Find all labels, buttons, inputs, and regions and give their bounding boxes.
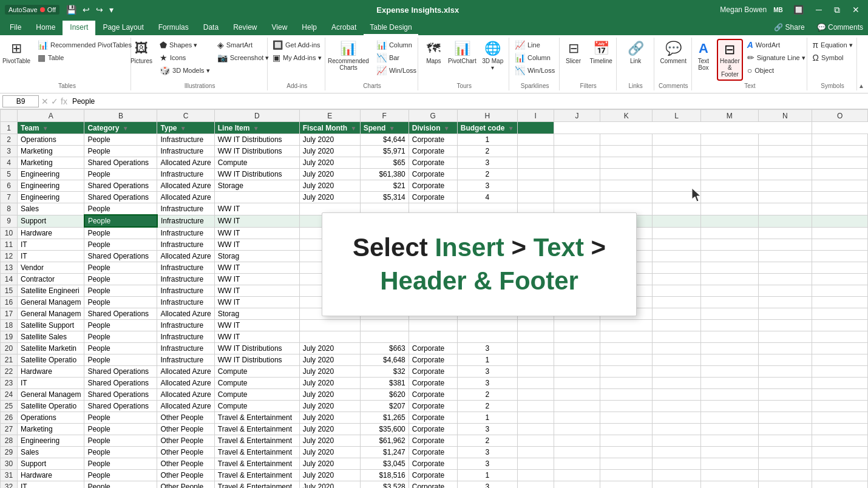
cell[interactable] [758, 203, 812, 215]
cell[interactable] [758, 274, 812, 285]
tab-insert[interactable]: Insert [63, 19, 95, 35]
col-type-header[interactable]: Type ▼ [157, 122, 214, 134]
cell[interactable]: Corporate [409, 458, 457, 470]
cell[interactable] [600, 134, 653, 146]
cell[interactable] [653, 134, 701, 146]
cell[interactable]: Corporate [409, 412, 457, 424]
cell[interactable] [700, 215, 758, 227]
cell[interactable] [758, 458, 812, 470]
cell[interactable]: Marketing [18, 157, 84, 169]
col-header-k[interactable]: K [600, 110, 653, 122]
tab-file[interactable]: File [2, 19, 29, 35]
cell[interactable]: People [84, 435, 157, 447]
cell[interactable] [700, 435, 758, 447]
cell[interactable] [653, 262, 701, 274]
cell[interactable] [600, 180, 653, 192]
cell[interactable] [700, 274, 758, 285]
cell[interactable]: July 2020 [299, 180, 360, 192]
restore-button[interactable]: ⧉ [830, 4, 844, 16]
cell[interactable] [517, 331, 554, 343]
cell[interactable] [812, 435, 868, 447]
col-header-a[interactable]: A [18, 110, 84, 122]
cell[interactable]: IT [18, 378, 84, 389]
cell[interactable]: WW IT [214, 285, 299, 297]
cell[interactable] [812, 134, 868, 146]
cell[interactable] [812, 251, 868, 262]
col-header-j[interactable]: J [554, 110, 600, 122]
cell[interactable]: July 2020 [299, 424, 360, 435]
cell[interactable] [700, 424, 758, 435]
cell[interactable] [758, 401, 812, 412]
cell[interactable] [214, 192, 299, 203]
cell[interactable] [758, 331, 812, 343]
cell[interactable]: Hardware [18, 227, 84, 239]
cell[interactable]: $4,644 [360, 134, 409, 146]
cell[interactable] [517, 401, 554, 412]
cell[interactable]: $65 [360, 157, 409, 169]
col-header-d[interactable]: D [214, 110, 299, 122]
link-button[interactable]: 🔗 Link [623, 39, 648, 66]
tab-data[interactable]: Data [196, 19, 226, 35]
cell[interactable]: Infrastructure [157, 320, 214, 331]
cell[interactable] [554, 169, 600, 180]
cell[interactable]: 3 [457, 458, 517, 470]
cell[interactable]: People [84, 134, 157, 146]
pictures-button[interactable]: 🖼 Pictures [127, 39, 155, 66]
cell[interactable]: Shared Operations [84, 308, 157, 320]
cell[interactable]: July 2020 [299, 458, 360, 470]
cell[interactable]: IT [18, 251, 84, 262]
cell[interactable] [758, 308, 812, 320]
cell[interactable]: Travel & Entertainment [214, 481, 299, 489]
cell[interactable] [812, 203, 868, 215]
cell[interactable]: Corporate [409, 343, 457, 354]
cell[interactable] [517, 134, 554, 146]
cell[interactable] [517, 389, 554, 401]
cell[interactable]: Engineering [18, 192, 84, 203]
cell[interactable] [700, 192, 758, 203]
screenshot-button[interactable]: 📷 Screenshot ▾ [214, 52, 273, 64]
close-button[interactable]: ✕ [849, 4, 863, 16]
cell[interactable]: People [84, 215, 157, 227]
cell[interactable]: $18,516 [360, 470, 409, 481]
cell[interactable]: Infrastructure [157, 285, 214, 297]
column-spark-button[interactable]: 📊 Column [512, 52, 558, 64]
tab-table-design[interactable]: Table Design [364, 19, 418, 35]
cell[interactable]: Storag [214, 308, 299, 320]
cell[interactable] [600, 146, 653, 157]
cell[interactable] [700, 308, 758, 320]
cell[interactable]: Hardware [18, 470, 84, 481]
cell[interactable]: $207 [360, 401, 409, 412]
cell[interactable] [554, 470, 600, 481]
column-chart-button[interactable]: 📊 Column [373, 39, 419, 51]
cell[interactable]: Compute [214, 389, 299, 401]
cell[interactable]: People [84, 458, 157, 470]
cell[interactable] [700, 412, 758, 424]
cell[interactable] [517, 343, 554, 354]
cell[interactable]: People [84, 354, 157, 366]
cell[interactable] [812, 447, 868, 458]
cell[interactable] [653, 424, 701, 435]
cell[interactable] [554, 435, 600, 447]
cell[interactable] [812, 169, 868, 180]
cell[interactable] [700, 320, 758, 331]
cell[interactable] [517, 481, 554, 489]
col-header-b[interactable]: B [84, 110, 157, 122]
cell[interactable]: Marketing [18, 424, 84, 435]
my-addins-button[interactable]: ▣ My Add-ins ▾ [270, 52, 324, 64]
cell[interactable] [700, 180, 758, 192]
cell[interactable] [554, 343, 600, 354]
cell[interactable]: WW IT Distributions [214, 146, 299, 157]
cell[interactable]: WW IT [214, 320, 299, 331]
cell[interactable]: People [84, 297, 157, 308]
cell[interactable]: People [84, 285, 157, 297]
cell[interactable] [554, 481, 600, 489]
cell[interactable] [653, 297, 701, 308]
cell[interactable]: Corporate [409, 157, 457, 169]
cell[interactable]: 3 [457, 343, 517, 354]
cell[interactable] [600, 401, 653, 412]
cell[interactable]: 2 [457, 401, 517, 412]
cell[interactable] [653, 412, 701, 424]
col-division-header[interactable]: Division ▼ [409, 122, 457, 134]
cell[interactable] [517, 378, 554, 389]
col-header-n[interactable]: N [758, 110, 812, 122]
